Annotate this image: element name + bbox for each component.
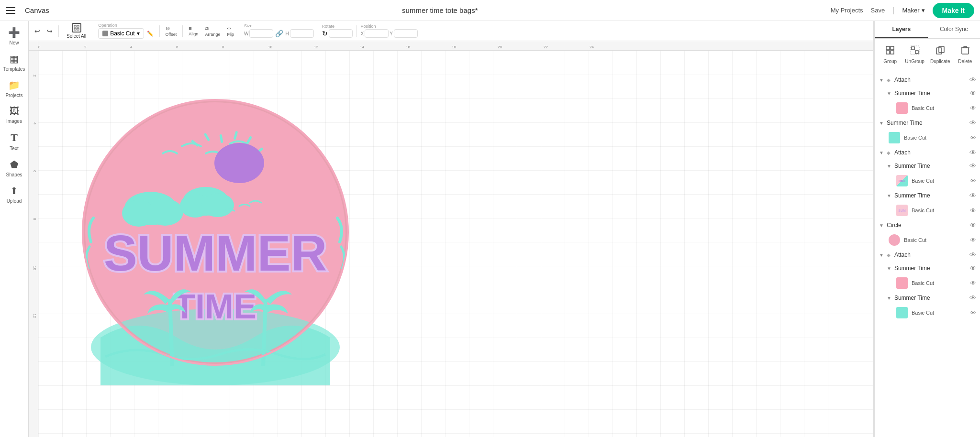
my-projects-link[interactable]: My Projects — [831, 7, 863, 14]
eye-icon[interactable]: 👁 — [969, 264, 976, 272]
sidebar-item-upload[interactable]: ⬆ Upload — [0, 181, 28, 208]
layer-item-basic-cut-2[interactable]: Basic Cut 👁 — [875, 130, 980, 146]
sidebar-item-text[interactable]: T Text — [0, 128, 28, 155]
layer-summer-time-3a: ▼ Summer Time 👁 Basic Cut 👁 — [875, 262, 980, 291]
layer-summer-time-time-header[interactable]: ▼ Summer Time 👁 — [883, 159, 980, 173]
rotate-icon: ↻ — [322, 30, 328, 37]
design-container[interactable]: SUMMER TIME — [77, 79, 354, 385]
eye-icon[interactable]: 👁 — [969, 149, 976, 156]
offset-button[interactable]: ⊚ Offset — [164, 23, 179, 39]
chevron-icon: ▼ — [887, 91, 891, 96]
layer-item-basic-cut-1[interactable]: Basic Cut 👁 — [883, 100, 980, 116]
eye-icon[interactable]: 👁 — [969, 294, 976, 302]
sidebar-item-images[interactable]: 🖼 Images — [0, 102, 28, 128]
pos-y-input[interactable] — [394, 29, 418, 38]
svg-rect-4 — [886, 46, 890, 50]
templates-icon: ▦ — [10, 53, 19, 65]
canvas-grid: SUMMER TIME — [38, 51, 875, 437]
eye-icon[interactable]: 👁 — [969, 251, 976, 259]
arrange-button[interactable]: ⧉ Arrange — [203, 23, 222, 39]
svg-rect-6 — [886, 51, 890, 54]
canvas-area[interactable]: 0 2 4 6 8 10 12 14 16 18 20 22 24 2 4 6 … — [29, 41, 875, 437]
height-input[interactable] — [290, 29, 314, 38]
attach-diamond-2: ◆ — [887, 150, 891, 155]
rotate-group: Rotate ↻ — [322, 24, 353, 38]
eye-icon[interactable]: 👁 — [970, 134, 976, 142]
divider-1 — [58, 25, 59, 37]
thumb-3b — [896, 307, 908, 318]
divider-4 — [182, 25, 183, 37]
ruler-corner — [29, 41, 38, 51]
eye-icon[interactable]: 👁 — [970, 309, 976, 317]
project-title[interactable]: summer time tote bags* — [55, 6, 825, 14]
eye-icon[interactable]: 👁 — [969, 89, 976, 97]
flip-button[interactable]: ⇔ Flip — [225, 23, 236, 39]
layer-attach-3-header[interactable]: ▼ ◆ Attach 👁 — [875, 248, 980, 262]
layer-summer-3a-header[interactable]: ▼ Summer Time 👁 — [883, 262, 980, 275]
tab-color-sync[interactable]: Color Sync — [928, 21, 980, 38]
duplicate-button[interactable]: Duplicate — [928, 43, 952, 67]
select-all-button[interactable]: Select All — [63, 21, 90, 41]
align-icon: ≡ — [189, 25, 191, 31]
layer-item-3a-basic-cut[interactable]: Basic Cut 👁 — [883, 275, 980, 291]
sidebar-item-projects[interactable]: 📁 Projects — [0, 76, 28, 102]
eye-icon[interactable]: 👁 — [970, 105, 976, 112]
group-icon — [885, 45, 895, 57]
operation-dropdown[interactable]: Basic Cut ▾ — [98, 28, 144, 39]
pos-x-input[interactable] — [365, 29, 389, 38]
rotate-input[interactable] — [329, 29, 353, 38]
layers-list: ▼ ◆ Attach 👁 ▼ Summer Time 👁 Basic Cut 👁 — [875, 71, 980, 437]
svg-rect-1 — [77, 25, 79, 27]
delete-button[interactable]: Delete — [954, 43, 976, 67]
redo-button[interactable]: ↪ — [45, 25, 55, 37]
width-input[interactable] — [249, 29, 273, 38]
svg-point-28 — [147, 199, 183, 226]
panel-resize-handle[interactable] — [873, 0, 875, 437]
layer-summer-3b-header[interactable]: ▼ Summer Time 👁 — [883, 291, 980, 305]
layer-item-circle-basic-cut[interactable]: Basic Cut 👁 — [875, 232, 980, 248]
tab-layers[interactable]: Layers — [875, 21, 928, 38]
eye-icon[interactable]: 👁 — [970, 207, 976, 214]
offset-icon: ⊚ — [166, 25, 170, 32]
layer-circle-header[interactable]: ▼ Circle 👁 — [875, 218, 980, 232]
ungroup-button[interactable]: UnGroup — [903, 43, 926, 67]
sidebar-item-shapes[interactable]: ⬟ Shapes — [0, 155, 28, 181]
hamburger-menu[interactable] — [6, 7, 15, 14]
lock-ratio-button[interactable]: 🔗 — [274, 29, 284, 38]
save-link[interactable]: Save — [871, 7, 885, 14]
operation-group: Operation Basic Cut ▾ ✏️ — [98, 23, 155, 39]
eye-icon[interactable]: 👁 — [969, 162, 976, 170]
eye-icon[interactable]: 👁 — [970, 280, 976, 287]
layer-group-attach-1: ▼ ◆ Attach 👁 ▼ Summer Time 👁 Basic Cut 👁 — [875, 73, 980, 116]
eye-icon[interactable]: 👁 — [969, 76, 976, 84]
position-group: Position X Y — [361, 24, 418, 38]
group-button[interactable]: Group — [879, 43, 901, 67]
layer-summer-time-summer-header[interactable]: ▼ Summer Time 👁 — [883, 189, 980, 202]
eye-icon[interactable]: 👁 — [970, 177, 976, 185]
edit-button[interactable]: ✏️ — [145, 29, 156, 39]
layer-summer-2-header[interactable]: ▼ Summer Time 👁 — [875, 116, 980, 130]
layer-summer-time-1-header[interactable]: ▼ Summer Time 👁 — [883, 87, 980, 100]
layer-attach-1-header[interactable]: ▼ ◆ Attach 👁 — [875, 73, 980, 87]
layer-item-3b-basic-cut[interactable]: Basic Cut 👁 — [883, 305, 980, 321]
chevron-icon: ▼ — [879, 252, 884, 258]
chevron-icon: ▼ — [887, 164, 891, 169]
eye-icon[interactable]: 👁 — [970, 237, 976, 244]
maker-dropdown[interactable]: Maker ▾ — [902, 7, 924, 14]
eye-icon[interactable]: 👁 — [969, 221, 976, 229]
layer-item-summer-basic-cut[interactable]: SUM Basic Cut 👁 — [883, 202, 980, 218]
layer-summer-time-1: ▼ Summer Time 👁 Basic Cut 👁 — [875, 87, 980, 116]
align-button[interactable]: ≡ Align — [187, 23, 200, 38]
layer-attach-2-header[interactable]: ▼ ◆ Attach 👁 — [875, 146, 980, 159]
divider-3 — [159, 25, 160, 37]
make-it-button[interactable]: Make It — [933, 3, 974, 18]
chevron-icon: ▼ — [887, 266, 891, 271]
sidebar-item-templates[interactable]: ▦ Templates — [0, 49, 28, 76]
panel-tabs: Layers Color Sync — [875, 21, 980, 39]
eye-icon[interactable]: 👁 — [969, 192, 976, 199]
sidebar-item-new[interactable]: ➕ New — [0, 23, 28, 49]
eye-icon[interactable]: 👁 — [969, 119, 976, 127]
chevron-icon: ▼ — [887, 295, 891, 301]
layer-item-time-basic-cut[interactable]: TIME Basic Cut 👁 — [883, 173, 980, 189]
undo-button[interactable]: ↩ — [33, 25, 42, 37]
